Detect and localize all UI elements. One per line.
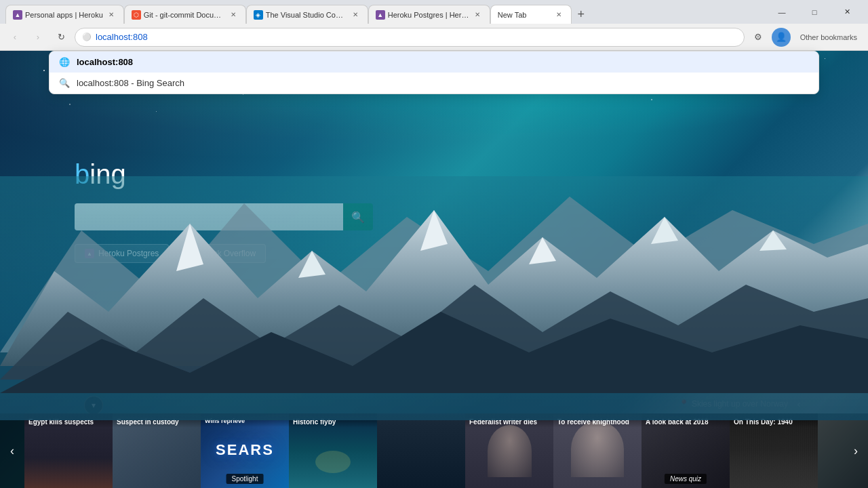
tab-close-button[interactable]: ✕ (472, 9, 483, 20)
tab-favicon: ▲ (376, 10, 385, 20)
tab-label: Heroku Postgres | Heroku Dev C... (388, 11, 469, 19)
news-card-sears-spotlight[interactable]: Wins reprieve SEARS Spotlight (201, 413, 289, 488)
news-next-button[interactable]: › (844, 413, 868, 488)
refresh-button[interactable]: ↻ (52, 28, 71, 47)
search-icon: 🔍 (59, 78, 70, 88)
news-card-image (377, 413, 465, 488)
news-card-2018-quiz[interactable]: A look back at 2018 News quiz (642, 413, 730, 488)
back-button[interactable]: ‹ (5, 28, 24, 47)
address-bar: ‹ › ↻ ⚪ localhost:808 ⚙ 👤 Other bookmark… (0, 24, 868, 51)
new-tab-button[interactable]: + (572, 5, 591, 24)
page-content: bing 🔍 ▲ Heroku Postgres SO Stack Overfl… (0, 51, 868, 488)
sears-logo-text: SEARS (216, 441, 274, 459)
other-bookmarks-button[interactable]: Other bookmarks (795, 30, 863, 44)
tab-close-button[interactable]: ✕ (350, 9, 361, 20)
minimize-button[interactable]: — (766, 2, 797, 22)
address-lock-icon: ⚪ (82, 33, 92, 41)
autocomplete-search-text: localhost:808 - Bing Search (77, 78, 184, 88)
sears-spotlight-badge: Spotlight (226, 474, 264, 484)
news-previous-button[interactable]: ‹ (0, 413, 24, 488)
tabs-area: ▲ Personal apps | Heroku ✕ ⬡ Git - git-c… (5, 0, 766, 24)
address-text: localhost:808 (96, 32, 737, 42)
tab-favicon: ▲ (13, 10, 22, 20)
news-card-egypt[interactable]: Egypt kills suspects (24, 413, 113, 488)
sears-logo-container: SEARS (216, 441, 274, 459)
news-card-suspect[interactable]: Suspect in custody (113, 413, 201, 488)
news-card-federalist[interactable]: Federalist writer dies (465, 413, 553, 488)
tab-new-tab[interactable]: New Tab ✕ (490, 5, 572, 24)
tab-label: The Visual Studio Code Comm... (266, 11, 347, 19)
extensions-button[interactable]: ⚙ (749, 28, 768, 47)
address-bar-input-wrap[interactable]: ⚪ localhost:808 (75, 28, 745, 47)
news-card-flyby[interactable]: Historic flyby (289, 413, 377, 488)
tab-label: Git - git-commit Documenta... (144, 11, 225, 19)
window-controls: — □ ✕ (766, 2, 863, 22)
autocomplete-dropdown: 🌐 localhost:808 🔍 localhost:808 - Bing S… (49, 51, 819, 94)
news-cards: Egypt kills suspects Suspect in custody … (24, 413, 844, 488)
news-card-history-1940[interactable]: On This Day: 1940 (730, 413, 818, 488)
maximize-button[interactable]: □ (799, 2, 830, 22)
tab-favicon: ◈ (254, 10, 263, 20)
tab-heroku-postgres[interactable]: ▲ Heroku Postgres | Heroku Dev C... ✕ (368, 5, 490, 24)
tab-label: Personal apps | Heroku (25, 11, 103, 19)
autocomplete-url-text: localhost:808 (77, 57, 133, 67)
tab-git-commit[interactable]: ⬡ Git - git-commit Documenta... ✕ (124, 5, 246, 24)
news-bar: ‹ Egypt kills suspects Suspect (0, 413, 868, 488)
news-quiz-badge: News quiz (665, 474, 707, 484)
browser-window: ▲ Personal apps | Heroku ✕ ⬡ Git - git-c… (0, 0, 868, 488)
title-bar: ▲ Personal apps | Heroku ✕ ⬡ Git - git-c… (0, 0, 868, 24)
tab-close-button[interactable]: ✕ (106, 9, 117, 20)
globe-icon: 🌐 (59, 57, 70, 67)
mountain-svg (0, 176, 868, 420)
profile-button[interactable]: 👤 (772, 28, 791, 47)
autocomplete-item-search[interactable]: 🔍 localhost:808 - Bing Search (50, 73, 818, 94)
tab-vscode[interactable]: ◈ The Visual Studio Code Comm... ✕ (246, 5, 368, 24)
news-card-partial[interactable] (377, 413, 465, 488)
tab-heroku-personal[interactable]: ▲ Personal apps | Heroku ✕ (5, 5, 124, 24)
tab-close-button[interactable]: ✕ (228, 9, 239, 20)
close-button[interactable]: ✕ (831, 2, 863, 22)
forward-button[interactable]: › (28, 28, 47, 47)
tab-label: New Tab (498, 11, 551, 19)
news-card-knighthood[interactable]: To receive knighthood (553, 413, 642, 488)
autocomplete-item-url[interactable]: 🌐 localhost:808 (50, 52, 818, 73)
tab-favicon: ⬡ (132, 10, 141, 20)
tab-close-button[interactable]: ✕ (553, 9, 564, 20)
